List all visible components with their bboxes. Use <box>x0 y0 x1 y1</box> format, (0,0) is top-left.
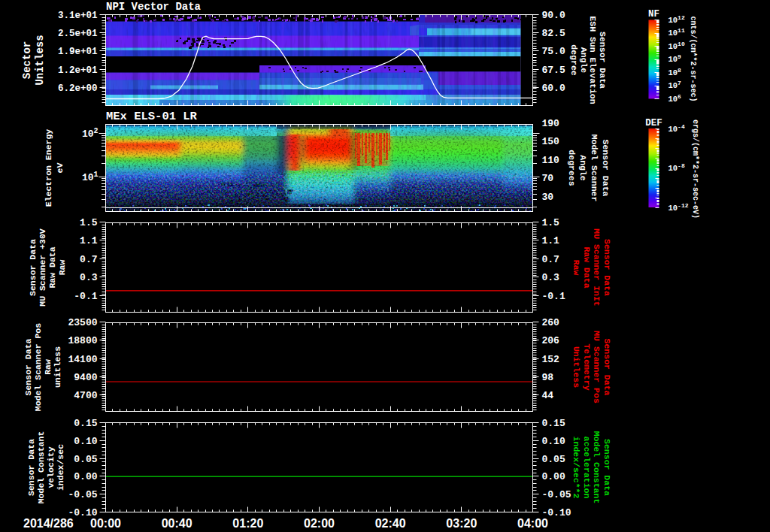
svg-text:Unitless: Unitless <box>571 346 581 388</box>
svg-text:30: 30 <box>542 192 554 203</box>
svg-text:0.7: 0.7 <box>542 254 559 265</box>
svg-text:0.15: 0.15 <box>542 418 565 429</box>
svg-text:3.1e+01: 3.1e+01 <box>58 11 98 21</box>
svg-text:Model Constant: Model Constant <box>36 431 46 504</box>
svg-text:index/sec: index/sec <box>56 444 65 491</box>
svg-text:Electron Energy: Electron Energy <box>44 129 53 207</box>
svg-text:03:20: 03:20 <box>446 517 477 530</box>
svg-text:-0.05: -0.05 <box>68 489 97 500</box>
svg-text:-0.1: -0.1 <box>542 291 565 302</box>
svg-text:degree: degree <box>569 44 579 76</box>
svg-text:Angle: Angle <box>579 47 589 74</box>
svg-text:degrees: degrees <box>567 150 577 186</box>
svg-text:MU Scanner Pos: MU Scanner Pos <box>592 331 602 404</box>
svg-text:75.0: 75.0 <box>542 46 565 57</box>
svg-text:Sensor Data: Sensor Data <box>602 339 612 396</box>
svg-text:MEx ELS-01 LR: MEx ELS-01 LR <box>106 110 198 123</box>
svg-text:0.3: 0.3 <box>80 272 98 283</box>
svg-text:index/sec**2: index/sec**2 <box>571 437 581 499</box>
svg-text:Sensor Data: Sensor Data <box>28 239 38 296</box>
svg-text:Sector: Sector <box>21 41 33 79</box>
svg-text:98: 98 <box>542 372 554 383</box>
svg-text:9400: 9400 <box>74 372 97 383</box>
svg-text:0.00: 0.00 <box>74 471 97 482</box>
svg-text:6.2e+00: 6.2e+00 <box>58 83 98 94</box>
svg-text:NF: NF <box>648 9 659 20</box>
svg-text:0.10: 0.10 <box>542 436 565 447</box>
svg-text:Raw: Raw <box>571 260 581 276</box>
svg-text:acceleration: acceleration <box>582 437 592 499</box>
svg-text:00:00: 00:00 <box>90 517 121 530</box>
svg-text:MU Scanner InIt: MU Scanner InIt <box>592 228 602 307</box>
svg-text:0.7: 0.7 <box>80 254 97 265</box>
svg-text:Model Constant: Model Constant <box>592 431 602 504</box>
svg-text:44: 44 <box>542 390 554 401</box>
svg-text:02:40: 02:40 <box>375 517 406 530</box>
svg-text:2014/286: 2014/286 <box>23 517 74 530</box>
svg-text:1.1: 1.1 <box>542 235 560 246</box>
svg-text:150: 150 <box>542 136 560 147</box>
svg-text:190: 190 <box>542 118 560 129</box>
svg-text:Unitless: Unitless <box>34 35 46 85</box>
svg-text:Sensor Data: Sensor Data <box>602 239 612 296</box>
svg-text:-0.05: -0.05 <box>542 489 571 500</box>
svg-text:0.05: 0.05 <box>542 454 565 465</box>
svg-text:0.05: 0.05 <box>74 454 97 465</box>
svg-text:82.5: 82.5 <box>542 28 565 39</box>
svg-text:1.1: 1.1 <box>80 235 98 246</box>
svg-text:1.5: 1.5 <box>80 217 98 228</box>
svg-text:NPI Vector Data: NPI Vector Data <box>106 1 202 13</box>
svg-text:unitless: unitless <box>53 346 62 388</box>
svg-text:0.15: 0.15 <box>74 418 97 429</box>
svg-text:1.5: 1.5 <box>542 217 560 228</box>
svg-text:Model Scanner: Model Scanner <box>590 135 599 202</box>
svg-text:Sensor Data: Sensor Data <box>598 32 608 89</box>
svg-text:02:00: 02:00 <box>304 517 335 530</box>
svg-text:1.9e+01: 1.9e+01 <box>58 47 98 57</box>
svg-text:18800: 18800 <box>68 335 97 346</box>
svg-text:00:40: 00:40 <box>162 517 192 530</box>
svg-text:Raw: Raw <box>57 260 67 276</box>
svg-text:MU Scanner +30V: MU Scanner +30V <box>38 228 47 307</box>
svg-text:0.10: 0.10 <box>74 436 97 447</box>
svg-text:04:00: 04:00 <box>517 517 548 530</box>
svg-text:260: 260 <box>542 317 560 328</box>
svg-text:90.0: 90.0 <box>542 10 565 21</box>
svg-text:0.00: 0.00 <box>542 471 565 482</box>
svg-text:Raw Data: Raw Data <box>47 246 57 288</box>
svg-text:ESH Sun Elevation: ESH Sun Elevation <box>588 16 598 104</box>
svg-text:206: 206 <box>542 335 560 346</box>
svg-text:Angle: Angle <box>578 155 588 181</box>
svg-text:2.5e+01: 2.5e+01 <box>58 29 98 39</box>
svg-text:0.3: 0.3 <box>542 272 560 283</box>
svg-text:Model Scanner Pos: Model Scanner Pos <box>33 323 43 411</box>
svg-text:Telemetry: Telemetry <box>582 343 592 390</box>
svg-text:70: 70 <box>542 173 554 184</box>
svg-text:4700: 4700 <box>74 390 97 401</box>
svg-text:Sensor Data: Sensor Data <box>26 439 36 496</box>
svg-text:14100: 14100 <box>68 354 97 365</box>
svg-text:152: 152 <box>542 354 560 365</box>
svg-text:Raw Data: Raw Data <box>582 246 592 288</box>
svg-text:-0.1: -0.1 <box>74 291 97 302</box>
svg-text:velocity: velocity <box>46 446 56 488</box>
svg-text:60.0: 60.0 <box>542 83 565 94</box>
svg-text:Raw: Raw <box>43 359 53 375</box>
svg-text:Sensor Data: Sensor Data <box>601 140 611 197</box>
svg-text:23500: 23500 <box>68 317 97 328</box>
svg-text:1.2e+01: 1.2e+01 <box>58 65 98 76</box>
svg-text:01:20: 01:20 <box>232 517 263 530</box>
svg-text:Sensor Data: Sensor Data <box>23 338 33 395</box>
svg-text:eV: eV <box>55 163 65 174</box>
svg-text:Sensor Data: Sensor Data <box>602 439 612 496</box>
svg-text:cnts/(cm**2-sr-sec): cnts/(cm**2-sr-sec) <box>689 16 697 101</box>
svg-text:DEF: DEF <box>645 118 662 128</box>
svg-text:67.5: 67.5 <box>542 65 565 76</box>
svg-text:110: 110 <box>542 155 560 166</box>
svg-text:ergs/(cm**2-sr-sec-eV): ergs/(cm**2-sr-sec-eV) <box>691 119 699 219</box>
